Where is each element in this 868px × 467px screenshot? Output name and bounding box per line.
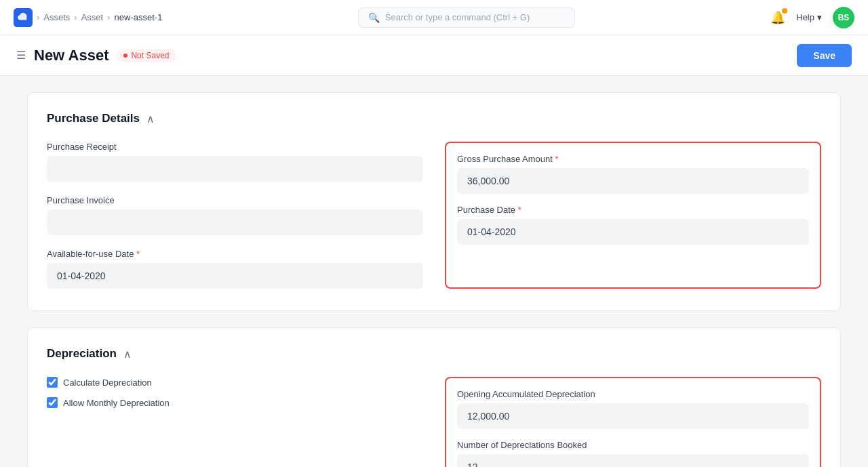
num-booked-input[interactable] xyxy=(457,454,809,467)
purchase-invoice-label: Purchase Invoice xyxy=(47,195,423,205)
purchase-date-label: Purchase Date * xyxy=(457,205,809,215)
calculate-depreciation-row[interactable]: Calculate Depreciation xyxy=(47,377,423,388)
breadcrumb-assets[interactable]: Assets xyxy=(43,12,70,22)
num-booked-group: Number of Depreciations Booked xyxy=(457,440,809,467)
gross-purchase-required-star: * xyxy=(555,154,559,164)
page-header: ☰ New Asset Not Saved Save xyxy=(0,35,868,76)
purchase-details-card: Purchase Details ∧ Purchase Receipt Purc… xyxy=(27,92,841,311)
top-nav-right: 🔔 Help ▾ BS xyxy=(770,7,854,28)
depreciation-chevron-icon[interactable]: ∧ xyxy=(123,348,132,361)
page-title: New Asset xyxy=(34,47,108,64)
purchase-details-left: Purchase Receipt Purchase Invoice Availa… xyxy=(47,142,423,289)
sep-2: › xyxy=(74,12,77,22)
help-label: Help xyxy=(796,12,814,22)
gross-purchase-amount-label: Gross Purchase Amount * xyxy=(457,154,809,164)
breadcrumb-area: › Assets › Asset › new-asset-1 xyxy=(14,8,162,27)
available-for-use-date-input[interactable] xyxy=(47,263,423,289)
breadcrumb-current: new-asset-1 xyxy=(115,12,163,22)
not-saved-dot xyxy=(123,54,127,58)
notification-badge xyxy=(782,8,787,14)
opening-accum-group: Opening Accumulated Depreciation xyxy=(457,389,809,429)
gross-purchase-amount-input[interactable] xyxy=(457,168,809,194)
help-button[interactable]: Help ▾ xyxy=(796,12,822,22)
purchase-date-required-star: * xyxy=(518,205,521,215)
calculate-depreciation-label: Calculate Depreciation xyxy=(63,378,152,388)
opening-accum-label: Opening Accumulated Depreciation xyxy=(457,389,809,399)
search-placeholder-text: Search or type a command (Ctrl + G) xyxy=(385,12,530,22)
purchase-date-group: Purchase Date * xyxy=(457,205,809,245)
purchase-date-input[interactable] xyxy=(457,219,809,245)
search-icon: 🔍 xyxy=(368,12,380,23)
depreciation-form: Calculate Depreciation Allow Monthly Dep… xyxy=(47,377,821,467)
purchase-receipt-label: Purchase Receipt xyxy=(47,142,423,152)
main-content: Purchase Details ∧ Purchase Receipt Purc… xyxy=(0,76,868,467)
depreciation-card: Depreciation ∧ Calculate Depreciation Al… xyxy=(27,327,841,467)
allow-monthly-depreciation-label: Allow Monthly Depreciation xyxy=(63,398,170,408)
notification-bell-wrapper[interactable]: 🔔 xyxy=(770,10,785,25)
help-chevron-icon: ▾ xyxy=(817,12,822,22)
sep-1: › xyxy=(37,12,39,22)
available-for-use-date-label: Available-for-use Date * xyxy=(47,249,423,259)
purchase-invoice-group: Purchase Invoice xyxy=(47,195,423,235)
not-saved-label: Not Saved xyxy=(131,51,169,60)
search-area: 🔍 Search or type a command (Ctrl + G) xyxy=(162,7,770,28)
available-for-use-required-star: * xyxy=(136,249,140,259)
purchase-details-form: Purchase Receipt Purchase Invoice Availa… xyxy=(47,142,821,289)
gross-purchase-amount-group: Gross Purchase Amount * xyxy=(457,154,809,194)
avatar[interactable]: BS xyxy=(833,7,854,28)
num-booked-label: Number of Depreciations Booked xyxy=(457,440,809,450)
purchase-invoice-input[interactable] xyxy=(47,209,423,235)
purchase-receipt-group: Purchase Receipt xyxy=(47,142,423,182)
search-bar[interactable]: 🔍 Search or type a command (Ctrl + G) xyxy=(358,7,575,28)
purchase-receipt-input[interactable] xyxy=(47,156,423,182)
depreciation-title: Depreciation xyxy=(47,347,117,361)
depreciation-header: Depreciation ∧ xyxy=(47,347,821,361)
available-for-use-date-group: Available-for-use Date * xyxy=(47,249,423,289)
allow-monthly-depreciation-checkbox[interactable] xyxy=(47,397,58,408)
page-header-left: ☰ New Asset Not Saved xyxy=(16,47,176,64)
purchase-details-header: Purchase Details ∧ xyxy=(47,112,821,125)
sep-3: › xyxy=(107,12,110,22)
avatar-initials: BS xyxy=(838,13,850,22)
calculate-depreciation-checkbox[interactable] xyxy=(47,377,58,388)
breadcrumb-asset[interactable]: Asset xyxy=(81,12,104,22)
allow-monthly-depreciation-row[interactable]: Allow Monthly Depreciation xyxy=(47,397,423,408)
purchase-details-chevron-icon[interactable]: ∧ xyxy=(146,113,155,125)
depreciation-right-highlight: Opening Accumulated Depreciation Number … xyxy=(445,377,821,467)
depreciation-left: Calculate Depreciation Allow Monthly Dep… xyxy=(47,377,423,467)
cloud-icon[interactable] xyxy=(14,8,33,27)
save-button[interactable]: Save xyxy=(797,44,852,67)
purchase-details-title: Purchase Details xyxy=(47,112,140,125)
opening-accum-input[interactable] xyxy=(457,403,809,429)
purchase-details-right-highlight: Gross Purchase Amount * Purchase Date * xyxy=(445,142,821,289)
hamburger-icon[interactable]: ☰ xyxy=(16,49,26,62)
top-nav: › Assets › Asset › new-asset-1 🔍 Search … xyxy=(0,0,868,35)
checkbox-group: Calculate Depreciation Allow Monthly Dep… xyxy=(47,377,423,408)
not-saved-badge: Not Saved xyxy=(117,49,176,62)
